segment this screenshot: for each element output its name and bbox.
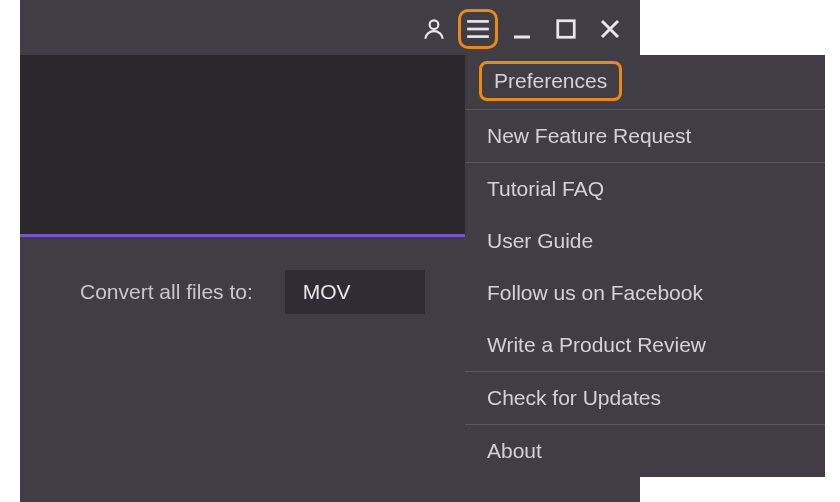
close-button[interactable] (590, 9, 630, 49)
menu-item-preferences[interactable]: Preferences (479, 61, 622, 101)
svg-point-0 (430, 20, 439, 29)
titlebar (414, 5, 640, 53)
svg-rect-5 (558, 21, 575, 38)
menu-item-follow-facebook[interactable]: Follow us on Facebook (465, 267, 825, 319)
account-icon[interactable] (414, 9, 454, 49)
convert-row: Convert all files to: MOV (80, 270, 425, 314)
content-panel (20, 55, 465, 237)
menu-item-write-review[interactable]: Write a Product Review (465, 319, 825, 371)
menu-item-about[interactable]: About (465, 425, 825, 477)
menu-item-check-updates[interactable]: Check for Updates (465, 372, 825, 424)
menu-item-user-guide[interactable]: User Guide (465, 215, 825, 267)
format-select-value: MOV (303, 280, 351, 303)
minimize-button[interactable] (502, 9, 542, 49)
hamburger-menu-icon[interactable] (458, 9, 498, 49)
menu-item-tutorial-faq[interactable]: Tutorial FAQ (465, 163, 825, 215)
maximize-button[interactable] (546, 9, 586, 49)
menu-item-new-feature-request[interactable]: New Feature Request (465, 110, 825, 162)
convert-label: Convert all files to: (80, 280, 253, 304)
format-select[interactable]: MOV (285, 270, 425, 314)
hamburger-menu-dropdown: Preferences New Feature Request Tutorial… (465, 55, 825, 477)
